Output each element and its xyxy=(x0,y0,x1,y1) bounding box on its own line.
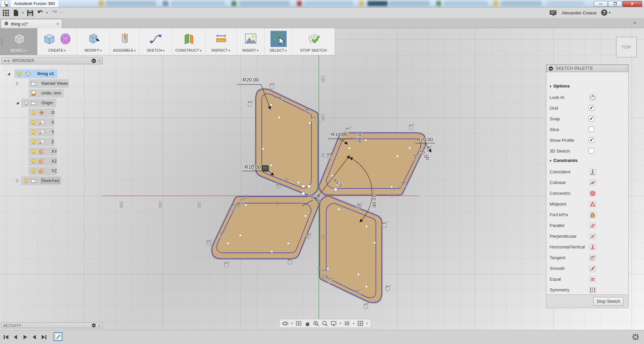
redo-icon-caret[interactable]: ▼ xyxy=(60,11,62,14)
equal-button[interactable] xyxy=(589,276,597,283)
grid-settings-icon[interactable] xyxy=(343,320,351,327)
browser-item-thing-v1[interactable]: thing v1 xyxy=(1,69,102,78)
checkbox-show-profile[interactable]: ✓ xyxy=(589,137,594,143)
timeline-skip-end-button[interactable] xyxy=(40,333,47,341)
comment-icon[interactable] xyxy=(549,9,557,17)
save-icon[interactable] xyxy=(26,9,34,17)
look-at-icon[interactable] xyxy=(295,320,303,327)
concentric-button[interactable] xyxy=(589,190,597,197)
browser-item-o[interactable]: O xyxy=(1,108,102,117)
checkbox-snap[interactable]: ✓ xyxy=(589,116,594,121)
minimize-button[interactable]: — xyxy=(594,1,608,7)
inspect-measure-icon[interactable] xyxy=(214,32,228,46)
ribbon-group-assemble[interactable]: ASSEMBLE ▼ xyxy=(110,28,140,55)
visibility-bulb-icon[interactable] xyxy=(31,110,37,116)
assemble-joint-icon[interactable] xyxy=(118,32,132,46)
undo-icon[interactable] xyxy=(36,9,44,17)
panel-minimize-icon[interactable] xyxy=(92,59,96,63)
timeline-play-button[interactable] xyxy=(21,333,28,341)
close-button[interactable]: X xyxy=(623,1,642,7)
options-section-header[interactable]: ▼Options xyxy=(549,83,570,89)
ribbon-group-select[interactable]: SELECT ▼ xyxy=(265,28,292,55)
midpoint-button[interactable] xyxy=(589,200,597,208)
perpendicular-button[interactable] xyxy=(589,233,597,240)
redo-icon[interactable] xyxy=(50,9,58,17)
viewports-icon[interactable] xyxy=(356,320,364,327)
visibility-bulb-icon[interactable] xyxy=(16,71,22,77)
grid-settings-icon-caret[interactable]: ▼ xyxy=(352,320,356,327)
browser-item-y[interactable]: Y xyxy=(1,127,102,137)
visibility-bulb-icon[interactable] xyxy=(31,119,37,125)
browser-item-yz[interactable]: YZ xyxy=(1,166,102,176)
timeline-step-back-button[interactable] xyxy=(12,333,19,341)
apps-grid-icon[interactable] xyxy=(2,9,10,17)
visibility-bulb-icon[interactable] xyxy=(31,139,37,145)
smooth-button[interactable] xyxy=(589,265,597,272)
browser-item-origin[interactable]: Origin xyxy=(1,98,102,108)
checkbox-grid[interactable]: ✓ xyxy=(589,105,594,111)
ribbon-group-insert[interactable]: INSERT ▼ xyxy=(237,28,265,55)
horizvert-button[interactable] xyxy=(589,243,597,251)
maximize-button[interactable]: ❐ xyxy=(608,1,622,7)
stop-sketch-button[interactable]: Stop Sketch xyxy=(593,297,624,306)
checkbox-3d-sketch[interactable] xyxy=(589,148,594,154)
ribbon-group-construct[interactable]: CONSTRUCT ▼ xyxy=(172,28,205,55)
activity-minimize-icon[interactable] xyxy=(92,324,96,327)
user-menu[interactable]: Alexander Crease xyxy=(562,10,597,15)
orbit-icon[interactable] xyxy=(281,320,289,327)
visibility-bulb-icon[interactable] xyxy=(31,149,37,155)
create-box-icon[interactable] xyxy=(43,32,56,46)
lookat-button[interactable] xyxy=(589,94,597,101)
viewcube[interactable]: TOP xyxy=(616,37,637,57)
viewports-icon-caret[interactable]: ▼ xyxy=(365,320,369,327)
browser-item-units-mm[interactable]: Units: mm xyxy=(1,89,102,98)
zoom-icon[interactable] xyxy=(321,320,329,327)
select-cursor-highlight[interactable] xyxy=(270,31,287,47)
ribbon-group-create[interactable]: CREATE ▼ xyxy=(38,28,77,55)
document-tab-close-icon[interactable]: × xyxy=(56,21,59,26)
timeline-settings-gear-icon[interactable] xyxy=(632,333,639,341)
browser-item-z[interactable]: Z xyxy=(1,137,102,147)
expander-open-icon[interactable] xyxy=(6,71,12,77)
parallel-button[interactable] xyxy=(589,222,597,229)
browser-header[interactable]: ◄◄ BROWSER ‖ xyxy=(1,57,103,64)
fix-button[interactable] xyxy=(589,211,597,219)
timeline-skip-begin-button[interactable] xyxy=(3,333,9,341)
display-settings-icon[interactable] xyxy=(330,320,338,327)
toolbar-collapse-icon[interactable]: ▲ xyxy=(633,20,637,24)
symmetry-button[interactable] xyxy=(589,286,597,294)
file-menu-icon-caret[interactable]: ▼ xyxy=(21,11,24,14)
document-tab[interactable]: thing v1* × xyxy=(1,19,62,28)
pan-icon[interactable] xyxy=(303,320,311,327)
timeline-sketch-feature[interactable] xyxy=(54,332,62,341)
ribbon-group-stop-sketch[interactable]: STOP SKETCH xyxy=(292,28,335,55)
browser-item-xz[interactable]: XZ xyxy=(1,157,102,166)
help-icon[interactable]: ? xyxy=(601,9,607,16)
undo-icon-caret[interactable]: ▼ xyxy=(46,11,48,14)
activity-header[interactable]: ACTIVITY ‖ xyxy=(1,323,103,328)
construct-planes-icon[interactable] xyxy=(182,32,196,46)
file-menu-icon[interactable] xyxy=(12,9,20,17)
checkbox-slice[interactable] xyxy=(589,126,594,132)
create-sphere-icon[interactable] xyxy=(59,32,72,46)
coincident-button[interactable] xyxy=(589,168,597,176)
insert-image-icon[interactable] xyxy=(244,32,257,46)
visibility-bulb-icon[interactable] xyxy=(23,178,29,184)
ribbon-group-model[interactable]: MODEL ▼ xyxy=(0,28,38,55)
browser-item-x[interactable]: X xyxy=(1,118,102,127)
visibility-bulb-icon[interactable] xyxy=(31,168,37,174)
sketch-palette-header[interactable]: SKETCH PALETTE xyxy=(546,65,628,72)
browser-item-sketches[interactable]: Sketches xyxy=(1,176,102,185)
constraints-section-header[interactable]: ▼Constraints xyxy=(549,158,578,163)
expander-closed-icon[interactable] xyxy=(14,178,20,184)
ribbon-group-sketch[interactable]: SKETCH ▼ xyxy=(140,28,172,55)
ribbon-group-inspect[interactable]: INSPECT ▼ xyxy=(205,28,237,55)
zoom-window-icon[interactable] xyxy=(312,320,320,327)
colinear-button[interactable] xyxy=(589,179,597,186)
visibility-bulb-icon[interactable] xyxy=(31,129,37,135)
collapse-left-icon[interactable]: ◄◄ xyxy=(3,59,10,62)
palette-minimize-icon[interactable] xyxy=(549,66,553,71)
ribbon-group-modify[interactable]: MODIFY ▼ xyxy=(77,28,110,55)
panel-grip-icon[interactable]: ‖ xyxy=(99,59,100,63)
expander-open-icon[interactable] xyxy=(14,100,20,106)
